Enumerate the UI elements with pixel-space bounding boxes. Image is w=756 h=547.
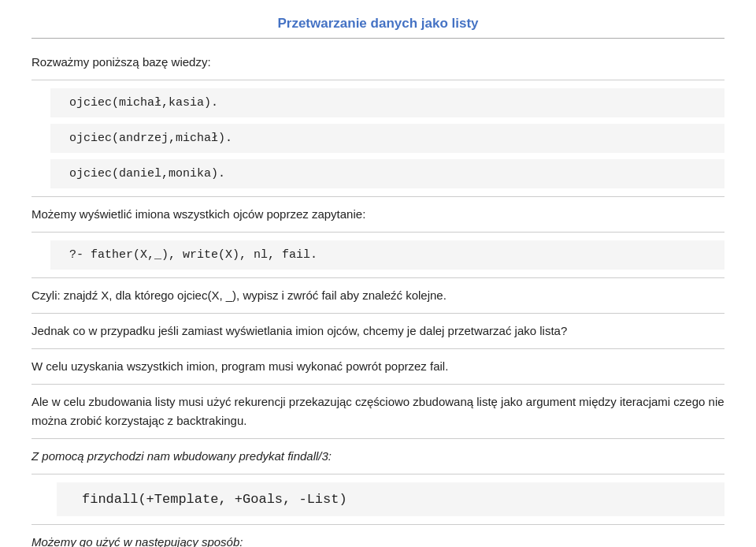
divider-6 <box>32 348 724 349</box>
code-fact-2: ojciec(andrzej,michał). <box>50 124 724 153</box>
section-findall-syntax: findall(+Template, +Goals, -List) <box>32 482 724 525</box>
text-explanation-2: Jednak co w przypadku jeśli zamiast wyśw… <box>32 322 724 340</box>
text-findall-intro: Z pomocą przychodzi nam wbudowany predyk… <box>32 447 724 466</box>
section-code-query: ?- father(X,_), write(X), nl, fail. <box>32 240 724 278</box>
section-code-facts: ojciec(michał,kasia). ojciec(andrzej,mic… <box>32 88 724 197</box>
code-query-1: ?- father(X,_), write(X), nl, fail. <box>50 240 724 270</box>
text-explanation-4: Ale w celu zbudowania listy musi użyć re… <box>32 393 724 430</box>
divider-9 <box>32 474 724 474</box>
section-query-intro: Możemy wyświetlić imiona wszystkich ojcó… <box>32 205 724 233</box>
title-divider <box>32 38 724 39</box>
text-query-intro: Możemy wyświetlić imiona wszystkich ojcó… <box>32 205 724 224</box>
divider-1 <box>32 80 724 80</box>
code-fact-1: ojciec(michał,kasia). <box>50 88 724 117</box>
divider-2 <box>32 196 724 197</box>
page-title: Przetwarzanie danych jako listy <box>32 16 724 32</box>
divider-4 <box>32 277 724 278</box>
code-fact-3: ojciec(daniel,monika). <box>50 159 724 188</box>
divider-5 <box>32 313 724 314</box>
text-intro: Rozważmy poniższą bazę wiedzy: <box>32 53 724 72</box>
code-findall-syntax: findall(+Template, +Goals, -List) <box>57 482 724 516</box>
section-findall-intro: Z pomocą przychodzi nam wbudowany predyk… <box>32 447 724 474</box>
section-explanation-2: Jednak co w przypadku jeśli zamiast wyśw… <box>32 322 724 349</box>
section-explanation-4: Ale w celu zbudowania listy musi użyć re… <box>32 393 724 439</box>
divider-10 <box>32 524 724 525</box>
section-explanation-1: Czyli: znajdź X, dla którego ojciec(X, _… <box>32 286 724 314</box>
text-explanation-3: W celu uzyskania wszystkich imion, progr… <box>32 357 724 376</box>
divider-8 <box>32 438 724 439</box>
section-usage-intro: Możemy go użyć w następujący sposób: <box>32 533 724 547</box>
text-explanation-1: Czyli: znajdź X, dla którego ojciec(X, _… <box>32 286 724 305</box>
section-intro: Rozważmy poniższą bazę wiedzy: <box>32 53 724 80</box>
divider-7 <box>32 384 724 385</box>
text-usage-intro: Możemy go użyć w następujący sposób: <box>32 533 724 547</box>
section-explanation-3: W celu uzyskania wszystkich imion, progr… <box>32 357 724 385</box>
divider-3 <box>32 232 724 233</box>
